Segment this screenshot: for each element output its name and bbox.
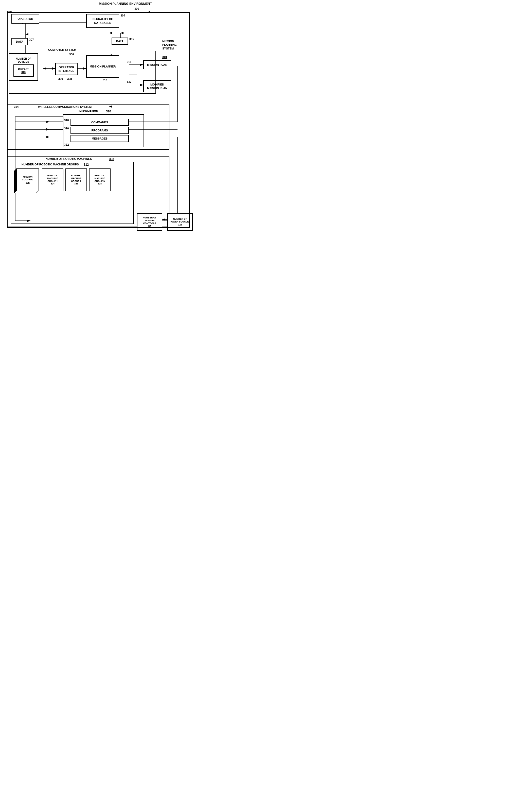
mission-planning-env-label: MISSION PLANNING ENVIRONMENT xyxy=(99,2,152,5)
diagram: MISSION PLANNING ENVIRONMENT 300 302 OPE… xyxy=(0,0,203,304)
computer-system-box xyxy=(9,51,156,94)
mission-planning-env-num: 300 xyxy=(135,7,139,10)
mission-planning-system-outer xyxy=(7,12,190,228)
